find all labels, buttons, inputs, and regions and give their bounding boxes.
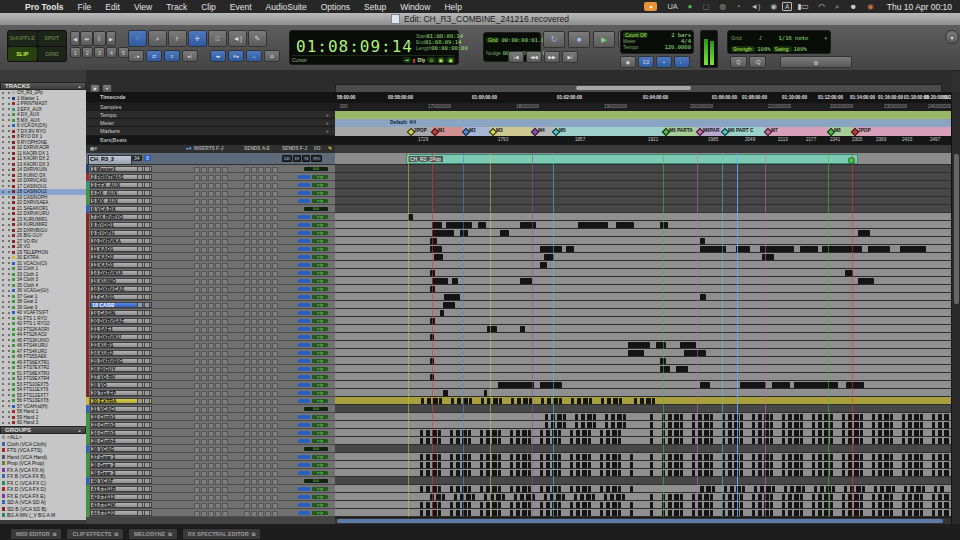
solo-button[interactable] [137,430,143,436]
audio-clip[interactable] [854,430,859,436]
track-control-row[interactable]: 14 DXRVKUIv p [86,269,335,277]
audio-clip[interactable] [680,438,683,444]
audio-clip[interactable] [700,382,710,388]
audio-clip[interactable] [890,502,893,508]
output-chip[interactable] [298,415,310,420]
audio-clip[interactable] [443,390,448,396]
solo-button[interactable] [137,398,143,404]
audio-clip[interactable] [782,502,785,508]
audio-clip[interactable] [944,430,949,436]
tempo-value[interactable]: 120.0000 [665,44,692,50]
pan-chip[interactable]: v p [312,199,328,204]
audio-clip[interactable] [710,510,713,516]
track-lane[interactable] [335,357,951,365]
ruler-name-samples[interactable]: Samples [86,103,335,111]
audio-clip[interactable] [822,246,862,252]
folder-clip[interactable]: CH_R3_2Pop [406,154,858,164]
audio-clip[interactable] [432,510,437,516]
audio-clip[interactable] [468,502,471,508]
mute-button[interactable] [144,310,150,316]
track-name[interactable]: 8 RYOD1 [90,222,152,229]
solo-button[interactable] [137,198,143,204]
audio-clip[interactable] [432,454,437,460]
audio-clip[interactable] [830,438,833,444]
display-icon[interactable]: ▢ [697,2,714,11]
audio-clip[interactable] [826,486,831,492]
timecode-ruler[interactable]: 58:00:0000:58:00:0001:00:00:0001:02:00:0… [335,92,951,103]
audio-clip[interactable] [788,414,792,420]
audio-clip[interactable] [902,430,905,436]
menu-item[interactable]: File [71,2,99,12]
output-chip[interactable] [298,311,310,316]
solo-button[interactable] [137,334,143,340]
audio-clip[interactable] [728,494,732,500]
track-control-row[interactable]: 40 VCAF0.0 [86,477,335,485]
menu-item[interactable]: AudioSuite [259,2,314,12]
audio-clip[interactable] [528,502,531,508]
audio-clip[interactable] [824,438,829,444]
tab-to-transient-button[interactable]: →▸ [128,50,144,62]
audio-clip[interactable] [582,438,587,444]
audio-clip[interactable] [692,438,695,444]
audio-clip[interactable] [932,438,935,444]
audio-clip[interactable] [605,414,608,420]
grid-note-value[interactable]: 1/16 note [779,35,809,41]
audio-clip[interactable] [932,510,935,516]
audio-clip[interactable] [740,382,766,388]
solo-button[interactable] [137,502,143,508]
audio-clip[interactable] [660,222,668,228]
audio-clip[interactable] [758,430,762,436]
track-name[interactable]: 5 MX_AUX [90,198,152,205]
audio-clip[interactable] [736,246,750,252]
audio-clip[interactable] [878,454,882,460]
audio-clip[interactable] [469,398,472,404]
track-lane[interactable] [335,189,951,197]
audio-clip[interactable] [456,470,460,476]
audio-clip[interactable] [456,454,460,460]
audio-clip[interactable] [450,462,453,468]
audio-clip[interactable] [934,486,937,492]
audio-clip[interactable] [758,502,762,508]
mute-button[interactable] [144,470,150,476]
audio-clip[interactable] [698,438,702,444]
audio-clip[interactable] [700,486,704,492]
audio-clip[interactable] [734,502,739,508]
audio-clip[interactable] [830,470,833,476]
pan-chip[interactable]: v p [312,231,328,236]
track-name[interactable]: 11 KAO1 [90,246,152,253]
audio-clip[interactable] [480,470,483,476]
audio-clip[interactable] [764,438,769,444]
audio-clip[interactable] [540,262,547,268]
audio-clip[interactable] [920,454,923,460]
track-name[interactable]: 3 EFX_AUX [90,182,152,189]
audio-clip[interactable] [872,502,875,508]
audio-clip[interactable] [516,502,520,508]
audio-clip[interactable] [426,486,430,492]
audio-clip[interactable] [800,494,803,500]
track-control-row[interactable]: 25 DXRVBIGv p [86,357,335,365]
volume-readout[interactable]: 0.0 [304,479,328,484]
audio-clip[interactable] [438,510,441,516]
audio-clip[interactable] [758,510,762,516]
audio-clip[interactable] [546,454,550,460]
audio-clip[interactable] [612,454,617,460]
audio-clip[interactable] [613,398,618,404]
audio-clip[interactable] [754,486,757,492]
audio-clip[interactable] [558,486,561,492]
audio-clip[interactable] [920,438,923,444]
mute-button[interactable] [144,270,150,276]
audio-clip[interactable] [770,470,773,476]
audio-clip[interactable] [674,470,679,476]
track-lane[interactable] [335,509,951,517]
audio-clip[interactable] [552,430,557,436]
audio-clip[interactable] [562,494,565,500]
zoom-in-arrow[interactable]: ▶ [106,31,116,46]
track-name[interactable]: 35 Cloth4 [90,438,152,445]
audio-clip[interactable] [856,486,861,492]
audio-clip[interactable] [630,470,633,476]
audio-clip[interactable] [610,494,614,500]
audio-clip[interactable] [760,486,764,492]
audio-clip[interactable] [558,438,561,444]
output-chip[interactable] [298,399,310,404]
output-chip[interactable] [298,335,310,340]
